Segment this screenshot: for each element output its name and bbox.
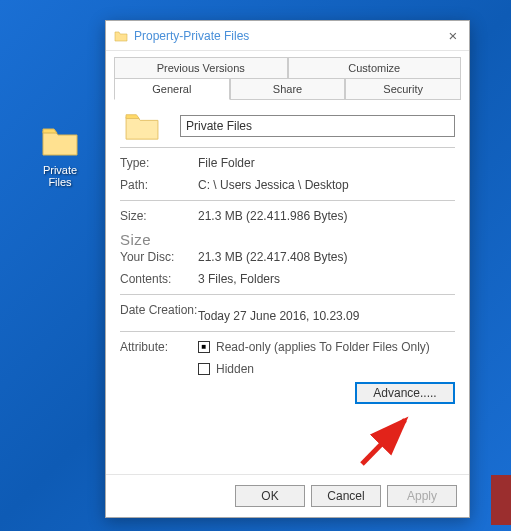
tab-share[interactable]: Share	[230, 78, 346, 100]
date-value: Today 27 June 2016, 10.23.09	[198, 303, 359, 323]
hidden-label: Hidden	[216, 362, 254, 376]
contents-value: 3 Files, Folders	[198, 272, 280, 286]
desktop-folder-label: Private Files	[30, 164, 90, 188]
apply-button[interactable]: Apply	[387, 485, 457, 507]
ok-button[interactable]: OK	[235, 485, 305, 507]
dialog-title: Property-Private Files	[134, 29, 445, 43]
contents-label: Contents:	[120, 272, 198, 286]
close-icon[interactable]: ×	[445, 27, 461, 44]
type-value: File Folder	[198, 156, 255, 170]
path-value: C: \ Users Jessica \ Desktop	[198, 178, 349, 192]
tab-general[interactable]: General	[114, 78, 230, 100]
titlebar: Property-Private Files ×	[106, 21, 469, 51]
desktop-folder-private-files[interactable]: Private Files	[30, 125, 90, 188]
decorative-edge	[491, 475, 511, 525]
cancel-button[interactable]: Cancel	[311, 485, 381, 507]
checkbox-icon	[198, 341, 210, 353]
folder-icon	[41, 125, 79, 157]
path-label: Path:	[120, 178, 198, 192]
hidden-option[interactable]: Hidden	[198, 362, 430, 376]
readonly-label: Read-only (applies To Folder Files Only)	[216, 340, 430, 354]
advanced-button[interactable]: Advance.....	[355, 382, 455, 404]
tab-content-general: Type: File Folder Path: C: \ Users Jessi…	[106, 101, 469, 474]
disc-label: Your Disc:	[120, 250, 198, 264]
separator	[120, 331, 455, 332]
attribute-label: Attribute:	[120, 340, 198, 354]
tab-customize[interactable]: Customize	[288, 57, 462, 79]
separator	[120, 200, 455, 201]
folder-name-input[interactable]	[180, 115, 455, 137]
folder-icon	[124, 111, 160, 141]
readonly-option[interactable]: Read-only (applies To Folder Files Only)	[198, 340, 430, 354]
disc-value: 21.3 MB (22.417.408 Bytes)	[198, 250, 347, 264]
size-label: Size:	[120, 209, 198, 223]
size-big-label: Size	[120, 231, 151, 248]
tab-security[interactable]: Security	[345, 78, 461, 100]
separator	[120, 147, 455, 148]
type-label: Type:	[120, 156, 198, 170]
checkbox-icon	[198, 363, 210, 375]
dialog-footer: OK Cancel Apply	[106, 474, 469, 517]
properties-dialog: Property-Private Files × Previous Versio…	[105, 20, 470, 518]
folder-icon	[114, 29, 128, 43]
tabs: Previous Versions Customize General Shar…	[106, 51, 469, 101]
size-value: 21.3 MB (22.411.986 Bytes)	[198, 209, 347, 223]
tab-previous-versions[interactable]: Previous Versions	[114, 57, 288, 79]
date-label: Date Creation:	[120, 303, 198, 323]
separator	[120, 294, 455, 295]
